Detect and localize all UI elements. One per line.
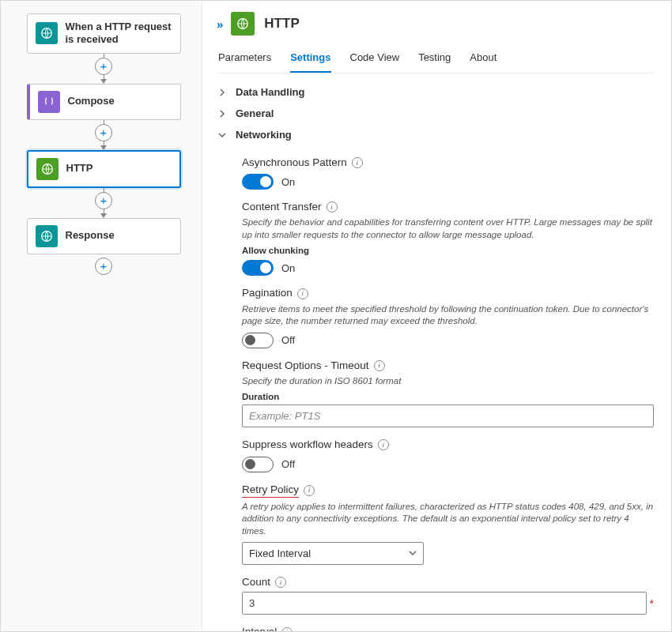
field-description: Specify the duration in ISO 8601 format — [242, 375, 654, 388]
canvas-node-http[interactable]: HTTP — [27, 150, 181, 188]
suppress-headers-toggle[interactable] — [242, 457, 274, 472]
info-icon[interactable]: i — [374, 360, 385, 371]
add-step-button[interactable]: + — [95, 124, 112, 141]
info-icon[interactable]: i — [297, 288, 308, 299]
globe-icon — [36, 225, 58, 247]
field-title-async-pattern: Asynchronous Pattern i — [242, 156, 654, 169]
node-label: When a HTTP request is received — [66, 21, 172, 47]
section-data-handling[interactable]: Data Handling — [217, 81, 654, 103]
chevron-right-icon — [217, 110, 228, 118]
canvas-node-trigger[interactable]: When a HTTP request is received — [27, 13, 181, 54]
node-label: Compose — [68, 95, 115, 107]
tab-parameters[interactable]: Parameters — [218, 45, 271, 73]
add-step-button[interactable]: + — [95, 58, 112, 75]
section-networking[interactable]: Networking — [217, 124, 654, 145]
info-icon[interactable]: i — [378, 439, 389, 450]
chevron-down-icon — [409, 547, 417, 559]
duration-label: Duration — [242, 392, 654, 401]
globe-icon — [231, 12, 255, 36]
chevron-down-icon — [217, 131, 228, 139]
info-icon[interactable]: i — [327, 201, 338, 213]
pagination-toggle[interactable] — [242, 333, 274, 348]
toggle-label: On — [281, 262, 295, 274]
panel-title: HTTP — [264, 16, 299, 32]
field-title-pagination: Pagination i — [242, 287, 654, 299]
info-icon[interactable]: i — [304, 485, 315, 496]
allow-chunking-toggle[interactable] — [242, 260, 274, 276]
tab-settings[interactable]: Settings — [290, 45, 330, 73]
canvas-node-response[interactable]: Response — [27, 218, 181, 254]
tab-about[interactable]: About — [470, 45, 496, 73]
connector: + — [18, 54, 189, 84]
async-pattern-toggle[interactable] — [242, 174, 274, 190]
connector: + — [18, 188, 189, 218]
add-step-button[interactable]: + — [95, 258, 112, 275]
section-label: General — [236, 107, 274, 119]
node-label: Response — [66, 229, 115, 242]
info-icon[interactable]: i — [281, 627, 293, 631]
required-indicator: * — [650, 597, 654, 610]
tab-code-view[interactable]: Code View — [350, 45, 400, 73]
field-title-interval: Interval i — [242, 626, 654, 631]
node-label: HTTP — [66, 162, 93, 175]
globe-icon — [36, 22, 58, 44]
add-step-button[interactable]: + — [95, 192, 112, 209]
globe-icon — [36, 158, 59, 180]
field-title-retry-policy: Retry Policy i — [242, 483, 654, 498]
section-general[interactable]: General — [217, 103, 654, 124]
field-title-content-transfer: Content Transfer i — [242, 201, 654, 213]
tabs: Parameters Settings Code View Testing Ab… — [217, 45, 654, 73]
braces-icon — [38, 91, 60, 113]
settings-panel: » HTTP Parameters Settings Code View Tes… — [202, 1, 671, 631]
toggle-label: Off — [281, 458, 295, 470]
connector: + — [18, 120, 189, 150]
field-title-suppress-headers: Suppress workflow headers i — [242, 438, 654, 451]
collapse-panel-button[interactable]: » — [217, 17, 223, 31]
field-description: Retrieve items to meet the specified thr… — [242, 303, 654, 328]
field-description: Specify the behavior and capabilities fo… — [242, 216, 654, 241]
info-icon[interactable]: i — [352, 157, 363, 168]
retry-policy-select[interactable]: Fixed Interval — [242, 542, 424, 565]
chevron-right-icon — [217, 88, 228, 96]
workflow-canvas: When a HTTP request is received + Compos… — [1, 1, 202, 631]
tab-testing[interactable]: Testing — [418, 45, 451, 73]
allow-chunking-label: Allow chunking — [242, 246, 654, 255]
field-title-count: Count i — [242, 576, 654, 589]
info-icon[interactable]: i — [275, 577, 286, 588]
toggle-label: Off — [281, 334, 295, 346]
duration-input[interactable] — [242, 404, 654, 427]
canvas-node-compose[interactable]: Compose — [27, 84, 181, 120]
field-title-timeout: Request Options - Timeout i — [242, 359, 654, 372]
field-description: A retry policy applies to intermittent f… — [242, 501, 654, 538]
section-label: Networking — [236, 129, 292, 141]
retry-count-input[interactable] — [242, 592, 647, 615]
toggle-label: On — [281, 176, 295, 188]
section-label: Data Handling — [236, 86, 304, 98]
select-value: Fixed Interval — [249, 547, 311, 559]
